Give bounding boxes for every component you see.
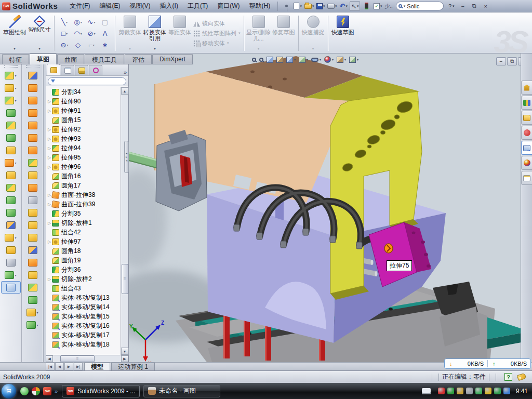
taskbar-task-button[interactable]: 未命名 - 画图 [143, 385, 220, 397]
menu-item[interactable]: 帮助(H) [245, 0, 275, 12]
apply-scene-icon[interactable]: ▾ [337, 57, 346, 63]
quick-launch-overflow[interactable]: » [55, 388, 58, 394]
task-pane-solidworks-resources-button[interactable] [521, 126, 532, 140]
display-style-icon[interactable]: ▾ [286, 57, 296, 63]
mold-toolbar-icon-20[interactable]: ▾ [23, 306, 43, 318]
tray-network-icon[interactable] [475, 388, 482, 394]
tab-configuration-manager[interactable] [75, 65, 88, 75]
quick-launch-antivirus-icon[interactable] [32, 387, 40, 395]
mold-toolbar-icon-8[interactable] [23, 156, 43, 169]
scroll-down-icon[interactable]: ▼ [121, 348, 129, 355]
convert-entities-button[interactable]: 转换实体引用▾ [142, 14, 167, 52]
graphics-viewport[interactable]: Y Z X ▾▾▾▾▾▾ − ⧉ × 拉伸75 [129, 54, 521, 362]
move-entities-button[interactable]: 移动实体▾ [192, 38, 242, 48]
tray-messenger-blue-icon[interactable] [503, 388, 510, 394]
scroll-left-icon[interactable]: ◀ [46, 355, 53, 362]
features-toolbar-icon-6[interactable] [1, 131, 21, 144]
sketch-entity-icon[interactable]: ◎▾ [71, 16, 85, 28]
tree-item[interactable]: 实体-移动/复制14 [47, 302, 128, 312]
mold-toolbar-icon-9[interactable] [23, 169, 43, 181]
features-toolbar-icon-12[interactable] [1, 206, 21, 219]
restore-button[interactable]: ⧉ [469, 2, 480, 10]
zoom-fit-icon[interactable] [252, 58, 256, 62]
sketch-entity-icon[interactable]: ▢ [98, 16, 112, 28]
help-button[interactable]: ?▾ [446, 2, 457, 10]
tab-property-manager[interactable] [61, 65, 74, 75]
repair-sketch-button[interactable]: 修复草图 [271, 14, 296, 52]
sketch-entity-icon[interactable]: ◠▾ [71, 28, 85, 39]
mold-toolbar-icon-11[interactable] [23, 194, 43, 206]
mold-toolbar-icon-17[interactable] [23, 269, 43, 281]
features-toolbar-icon-7[interactable] [1, 144, 21, 156]
manager-tabs-overflow[interactable]: » [124, 69, 127, 75]
tree-item[interactable]: 圆角17 [47, 181, 128, 190]
tree-item[interactable]: 圆角19 [47, 256, 128, 265]
mold-toolbar-icon-4[interactable] [23, 107, 43, 119]
features-toolbar-icon-18[interactable] [1, 281, 21, 294]
tab-评估[interactable]: 评估 [125, 54, 152, 64]
mold-toolbar-icon-10[interactable] [23, 181, 43, 194]
tree-item[interactable]: 圆角15 [47, 115, 128, 125]
appearances-icon[interactable]: ▾ [324, 56, 334, 63]
menu-item[interactable]: 编辑(E) [95, 0, 125, 12]
mold-toolbar-icon-15[interactable] [23, 244, 43, 256]
mold-toolbar-icon-7[interactable] [23, 144, 43, 156]
task-pane-design-library-button[interactable] [521, 96, 532, 110]
tree-item[interactable]: 分割34 [47, 87, 128, 97]
features-toolbar-icon-16[interactable] [1, 256, 21, 269]
quick-snaps-button[interactable]: 快速捕捉▾ [301, 14, 326, 52]
scroll-up-icon[interactable]: ▲ [121, 87, 129, 95]
tree-item[interactable]: ▷拉伸91 [47, 106, 128, 115]
tab-dimxpert-manager[interactable] [89, 65, 102, 75]
tree-item[interactable]: 分割35 [47, 209, 128, 218]
rebuild-icon[interactable] [361, 1, 371, 11]
expand-arrow-icon[interactable]: ▷ [47, 165, 52, 169]
display-delete-relations-button[interactable]: 显示/删除几...▾ [246, 14, 271, 52]
features-toolbar-icon-4[interactable] [1, 107, 21, 119]
doc-nav-button[interactable]: |◀ [46, 363, 55, 370]
features-toolbar-icon-14[interactable]: ▾ [1, 231, 21, 244]
tree-item[interactable]: 实体-移动/复制13 [47, 293, 128, 302]
doc-restore-button[interactable]: ⧉ [507, 57, 517, 65]
features-toolbar-icon-13[interactable] [1, 219, 21, 231]
quick-launch-solidworks-icon[interactable]: SW [43, 387, 51, 395]
undo-button[interactable]: ↶▾ [338, 1, 349, 11]
tree-item[interactable]: ▷拉伸94 [47, 143, 128, 153]
expand-arrow-icon[interactable]: ▷ [47, 155, 52, 160]
features-toolbar-icon-17[interactable]: ▾ [1, 269, 21, 281]
view-orientation-icon[interactable]: ▾ [299, 57, 308, 63]
expand-arrow-icon[interactable]: ▷ [47, 221, 52, 225]
menu-item[interactable]: 窗口(W) [212, 0, 244, 12]
tree-item[interactable]: ▷拉伸90 [47, 97, 128, 106]
sketch-button[interactable]: 草图绘制▾ [2, 14, 27, 52]
save-button[interactable]: ▾ [315, 1, 326, 11]
rapid-sketch-button[interactable]: 快速草图 [330, 14, 355, 52]
pin-icon[interactable] [281, 1, 291, 11]
toolbar-overflow-label[interactable]: 少.. [384, 3, 393, 10]
expand-arrow-icon[interactable]: ▷ [47, 137, 52, 141]
features-toolbar-icon-2[interactable]: ▾ [1, 82, 21, 94]
tree-item[interactable]: 实体-移动/复制18 [47, 340, 128, 349]
mold-toolbar-icon-14[interactable] [23, 231, 43, 244]
features-toolbar-icon-11[interactable] [1, 194, 21, 206]
mold-toolbar-icon-16[interactable] [23, 256, 43, 269]
features-toolbar-icon-1[interactable]: ▾ [1, 69, 21, 82]
tab-模具工具[interactable]: 模具工具 [85, 54, 124, 64]
features-toolbar-icon-10[interactable] [1, 181, 21, 194]
tree-item[interactable]: 圆角16 [47, 171, 128, 181]
taskbar-clock[interactable]: 9:41 [516, 388, 528, 395]
sketch-entity-icon[interactable]: ◇ [71, 39, 85, 50]
task-pane-home-button[interactable] [521, 81, 532, 95]
tree-item[interactable]: ▷拉伸95 [47, 153, 128, 162]
mold-toolbar-icon-21[interactable]: ▾ [23, 318, 43, 331]
mold-toolbar-icon-6[interactable] [23, 131, 43, 144]
mold-toolbar-icon-3[interactable] [23, 94, 43, 107]
quick-tips-icon[interactable]: ? [504, 373, 512, 381]
sketch-entity-icon[interactable]: ⊖▾ [58, 39, 71, 50]
mold-toolbar-icon-12[interactable] [23, 206, 43, 219]
close-button[interactable]: × [481, 2, 491, 10]
tree-item[interactable]: 实体-移动/复制16 [47, 321, 128, 330]
menu-item[interactable]: 文件(F) [65, 0, 95, 12]
features-toolbar-icon-5[interactable] [1, 119, 21, 131]
expand-arrow-icon[interactable]: ▷ [47, 277, 52, 282]
